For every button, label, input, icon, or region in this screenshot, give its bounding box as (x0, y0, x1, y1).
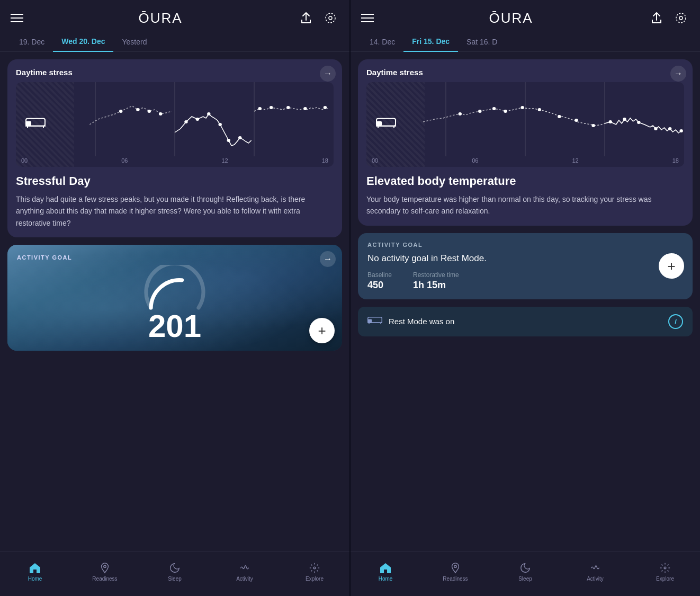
svg-point-23 (303, 107, 307, 110)
svg-point-59 (679, 129, 683, 132)
hamburger-menu[interactable] (11, 14, 23, 22)
activity-ring-area (17, 265, 333, 313)
svg-point-1 (326, 13, 335, 23)
settings-button-left[interactable] (322, 10, 339, 26)
share-button-right[interactable] (648, 10, 665, 26)
time-12-right: 12 (572, 157, 579, 164)
svg-point-0 (329, 16, 332, 20)
activity-nav-arrow-left[interactable]: → (320, 251, 336, 267)
nav-sleep-left[interactable]: Sleep (140, 551, 210, 596)
stress-card-title-left: Daytime stress (16, 68, 334, 77)
stress-chart-right: 00 06 12 18 (366, 82, 684, 167)
nav-explore-right[interactable]: Explore (630, 551, 700, 596)
oura-logo-right: ŌURA (374, 10, 648, 26)
date-16dec-right[interactable]: Sat 16. D (458, 32, 506, 51)
info-button-right[interactable]: i (668, 314, 683, 329)
svg-point-17 (219, 123, 222, 126)
left-header: ŌURA (0, 0, 349, 32)
date-yesterday-left[interactable]: Yesterd (113, 32, 155, 51)
right-panel: ŌURA 14. Dec Fri 15. Dec Sat 16. D Dayti… (351, 0, 700, 596)
baseline-stat: Baseline 450 (367, 271, 392, 291)
nav-sleep-right[interactable]: Sleep (490, 551, 560, 596)
time-12-left: 12 (222, 157, 228, 164)
home-icon-right (379, 562, 392, 574)
header-icons-left (298, 10, 339, 26)
svg-point-15 (196, 118, 199, 121)
activity-icon-nav-left (239, 562, 250, 574)
svg-point-24 (324, 106, 327, 109)
activity-flat-card-right: ACTIVITY GOAL No activity goal in Rest M… (358, 233, 693, 299)
baseline-label: Baseline (367, 271, 392, 279)
svg-point-54 (609, 120, 612, 123)
nav-explore-label-right: Explore (656, 576, 674, 582)
share-button-left[interactable] (298, 10, 315, 26)
nav-home-right[interactable]: Home (351, 551, 420, 596)
time-06-right: 06 (472, 157, 478, 164)
svg-point-47 (492, 107, 496, 110)
activity-plus-left[interactable]: + (309, 318, 335, 343)
restorative-stat: Restorative time 1h 15m (413, 271, 459, 291)
svg-line-74 (668, 564, 669, 565)
sleep-icon-nav-left (169, 562, 181, 574)
svg-line-72 (668, 570, 669, 571)
svg-point-46 (478, 110, 481, 113)
svg-rect-61 (368, 319, 372, 323)
nav-sleep-label-left: Sleep (168, 576, 182, 582)
stress-card-title-right: Daytime stress (366, 68, 684, 77)
chart-time-labels-right: 00 06 12 18 (372, 157, 679, 164)
activity-card-content-left: ACTIVITY GOAL (7, 245, 342, 322)
svg-point-57 (654, 127, 657, 130)
activity-flat-desc-right: No activity goal in Rest Mode. (367, 253, 683, 264)
svg-point-19 (238, 136, 241, 139)
date-20dec-left[interactable]: Wed 20. Dec (53, 32, 113, 52)
svg-point-22 (286, 106, 290, 109)
svg-point-10 (119, 110, 122, 113)
nav-activity-label-left: Activity (236, 576, 253, 582)
sleep-icon-nav-right (519, 562, 531, 574)
svg-point-36 (676, 13, 686, 23)
nav-activity-right[interactable]: Activity (560, 551, 630, 596)
date-15dec-right[interactable]: Fri 15. Dec (403, 32, 458, 52)
date-14dec-right[interactable]: 14. Dec (361, 32, 403, 51)
stress-card-right: Daytime stress (358, 59, 693, 226)
nav-explore-left[interactable]: Explore (280, 551, 349, 596)
hamburger-menu-right[interactable] (361, 14, 374, 22)
nav-activity-left[interactable]: Activity (210, 551, 280, 596)
stress-card-left: Daytime stress (7, 59, 342, 237)
right-header: ŌURA (351, 0, 700, 32)
left-date-nav: 19. Dec Wed 20. Dec Yesterd (0, 32, 349, 52)
rest-mode-icon (367, 315, 382, 328)
oura-logo-left: ŌURA (23, 10, 298, 26)
nav-home-left[interactable]: Home (0, 551, 70, 596)
left-content: Daytime stress (0, 52, 349, 551)
nav-readiness-right[interactable]: Readiness (420, 551, 490, 596)
restorative-label: Restorative time (413, 271, 459, 279)
svg-point-21 (270, 106, 273, 109)
left-bottom-nav: Home Readiness Sleep Activity (0, 551, 349, 596)
chart-svg-right (366, 82, 684, 167)
rest-mode-banner-right: Rest Mode was on i (358, 307, 693, 336)
right-date-nav: 14. Dec Fri 15. Dec Sat 16. D (351, 32, 700, 52)
chart-svg-left (16, 82, 334, 167)
svg-line-73 (661, 570, 662, 571)
chart-time-labels-left: 00 06 12 18 (21, 157, 328, 164)
svg-point-11 (136, 108, 139, 111)
date-19dec-left[interactable]: 19. Dec (11, 32, 53, 51)
activity-ring-svg (138, 265, 212, 313)
svg-line-32 (317, 570, 318, 571)
right-bottom-nav: Home Readiness Sleep Activity (351, 551, 700, 596)
time-00-left: 00 (21, 157, 28, 164)
svg-point-16 (207, 112, 210, 115)
nav-home-label-left: Home (28, 576, 42, 582)
stress-body-right: Your body temperature was higher than no… (366, 193, 684, 217)
time-18-right: 18 (672, 157, 679, 164)
stress-nav-arrow-right[interactable]: → (670, 66, 686, 82)
activity-flat-stats-right: Baseline 450 Restorative time 1h 15m (367, 271, 683, 291)
svg-point-45 (459, 112, 462, 115)
nav-readiness-left[interactable]: Readiness (70, 551, 140, 596)
settings-button-right[interactable] (672, 10, 689, 26)
stress-nav-arrow-left[interactable]: → (320, 66, 336, 82)
activity-flat-plus-right[interactable]: + (659, 253, 684, 279)
svg-line-34 (317, 564, 318, 565)
right-content: Daytime stress (351, 52, 700, 551)
